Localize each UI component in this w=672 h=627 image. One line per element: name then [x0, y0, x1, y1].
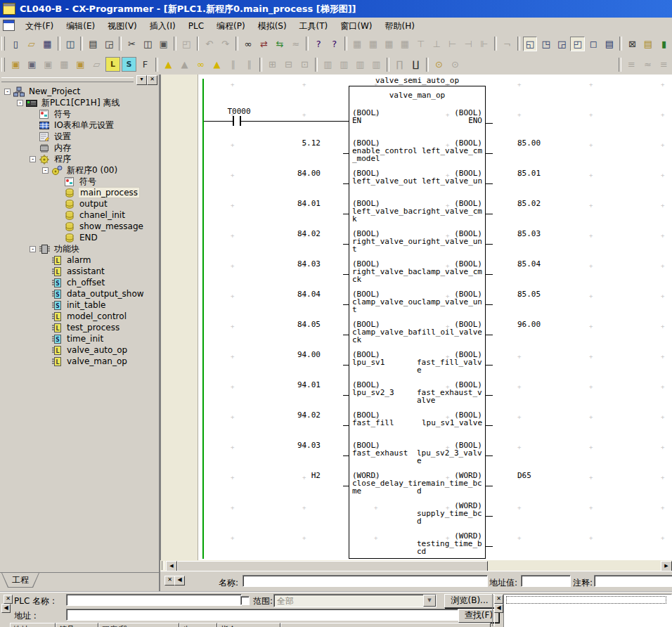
- scope-dropdown[interactable]: 全部 ▼: [273, 594, 437, 607]
- view-plc-clock-icon[interactable]: ▣: [73, 57, 88, 72]
- print-icon[interactable]: ▤: [86, 37, 101, 51]
- tree-item--[interactable]: 内存: [0, 142, 159, 153]
- output-address[interactable]: 85.03: [517, 230, 567, 238]
- tree-item-valve_man_op[interactable]: Lvalve_man_op: [0, 356, 159, 367]
- pause-trigger-icon[interactable]: ∥: [242, 57, 257, 72]
- change-model-icon[interactable]: ⇆: [273, 37, 287, 51]
- tree-item-test_process[interactable]: Ltest_process: [0, 322, 159, 333]
- menu-1[interactable]: 编辑(E): [60, 20, 101, 32]
- toggle-cross-reference-icon[interactable]: ◰: [570, 37, 585, 51]
- output-address[interactable]: 85.05: [517, 290, 567, 298]
- output-address[interactable]: 85.01: [517, 169, 567, 177]
- rung-return-icon[interactable]: ¬: [500, 37, 515, 51]
- tree-item-ch_offset[interactable]: Sch_offset: [0, 277, 159, 288]
- ref-column-header-2[interactable]: 程序/段: [98, 623, 179, 627]
- input-address[interactable]: 84.00: [271, 169, 321, 177]
- menu-2[interactable]: 视图(V): [101, 20, 143, 32]
- plc-name-field[interactable]: [66, 594, 242, 606]
- name-field[interactable]: [243, 575, 488, 587]
- menu-6[interactable]: 模拟(S): [252, 20, 293, 32]
- io-comment-icon[interactable]: ▤: [641, 37, 656, 51]
- chevron-down-icon[interactable]: ▼: [423, 595, 436, 607]
- input-address[interactable]: 84.02: [271, 230, 321, 238]
- compile-icon[interactable]: ⊞: [265, 57, 280, 72]
- tree-item--[interactable]: 符号: [0, 176, 159, 187]
- replace-icon[interactable]: ⇄: [257, 37, 271, 51]
- tree-item-data_output_show[interactable]: Sdata_output_show: [0, 288, 159, 299]
- ref-column-header-3[interactable]: 步: [179, 623, 217, 627]
- view-error-log-icon[interactable]: ▦: [57, 57, 72, 72]
- menu-9[interactable]: 帮助(H): [379, 20, 421, 32]
- input-address[interactable]: 84.01: [271, 200, 321, 207]
- panel-close-button[interactable]: ✕: [147, 75, 157, 85]
- print-preview-icon[interactable]: ◲: [102, 37, 117, 51]
- output-address[interactable]: D65: [517, 472, 567, 479]
- ref-column-header-0[interactable]: 地址: [10, 623, 56, 627]
- auto-online-icon[interactable]: ▲: [177, 57, 192, 72]
- tree-item-model_control[interactable]: Lmodel_control: [0, 311, 159, 322]
- tree-item--[interactable]: -程序: [0, 153, 159, 164]
- open-project-icon[interactable]: ▱: [25, 37, 39, 51]
- strip-collapse-button[interactable]: ◀: [174, 576, 185, 586]
- paste-attributes-icon[interactable]: ◰: [179, 37, 194, 51]
- pause-monitoring-icon[interactable]: ▲: [209, 57, 224, 72]
- find-in-files-icon[interactable]: ◫: [63, 37, 78, 51]
- save-project-icon[interactable]: ▦: [40, 37, 55, 51]
- show-comments-icon[interactable]: ≡: [624, 57, 639, 72]
- scope-checkbox[interactable]: [240, 596, 250, 605]
- force-off-icon[interactable]: ▥: [337, 57, 351, 72]
- output-address[interactable]: 85.04: [517, 260, 567, 268]
- monitor-window-icon[interactable]: ▮: [657, 37, 671, 51]
- new-ladder-fb-icon[interactable]: L: [105, 57, 120, 72]
- input-address[interactable]: 84.04: [271, 290, 321, 298]
- paste-icon[interactable]: ▣: [156, 37, 171, 51]
- tree-item--[interactable]: 符号: [0, 108, 159, 119]
- output-address[interactable]: 85.00: [517, 139, 567, 147]
- toolbar-grip[interactable]: [1, 37, 5, 51]
- tree-item-init_table[interactable]: Sinit_table: [0, 299, 159, 311]
- tree-item-end[interactable]: END: [0, 232, 159, 243]
- undo-icon[interactable]: ↶: [202, 37, 217, 51]
- input-address[interactable]: 94.03: [271, 441, 321, 449]
- fb-instance-icon[interactable]: F: [138, 57, 153, 72]
- pause-icon[interactable]: ∥: [226, 57, 240, 72]
- watch-collapse-button[interactable]: ◀: [494, 604, 503, 613]
- retrace-icon[interactable]: ≈: [288, 37, 303, 51]
- browse-button[interactable]: 浏览(B)...: [444, 594, 495, 608]
- show-addresses-icon[interactable]: ≡: [657, 57, 671, 72]
- new-st-fb-icon[interactable]: S: [122, 57, 136, 72]
- data-trace-icon[interactable]: ▱: [89, 57, 104, 72]
- new-or-contact-icon[interactable]: ▦: [382, 37, 396, 51]
- input-address[interactable]: 94.02: [271, 411, 321, 419]
- dock-collapse-button[interactable]: ◀: [1, 604, 11, 613]
- new-closed-contact-icon[interactable]: ▦: [366, 37, 381, 51]
- tree-item-assistant[interactable]: Lassistant: [0, 266, 159, 277]
- menu-7[interactable]: 工具(T): [293, 20, 335, 32]
- dock-close-button[interactable]: ✕: [4, 595, 13, 604]
- tree-item-valve_auto_op[interactable]: Lvalve_auto_op: [0, 344, 159, 356]
- view-plc-settings-icon[interactable]: ▣: [25, 57, 39, 72]
- time-chart-monitor-icon[interactable]: ∐: [408, 57, 423, 72]
- tree-item-show_message[interactable]: show_message: [0, 221, 159, 232]
- find-icon[interactable]: ∞: [241, 37, 256, 51]
- tree-item--plc1-cp1h-[interactable]: -新PLC1[CP1H] 离线: [0, 97, 159, 108]
- properties-icon[interactable]: ▤: [602, 37, 617, 51]
- force-on-icon[interactable]: ▥: [321, 57, 335, 72]
- tree-expand-box[interactable]: -: [17, 100, 23, 106]
- tree-item--0-00-[interactable]: -新程序0 (00): [0, 164, 159, 176]
- tree-item--[interactable]: 设置: [0, 131, 159, 142]
- tree-item-output[interactable]: output: [0, 198, 159, 209]
- view-io-table-icon[interactable]: ▣: [8, 57, 23, 72]
- project-tab[interactable]: 工程: [2, 573, 39, 587]
- new-vertical-icon[interactable]: ⊤: [413, 37, 428, 51]
- input-address[interactable]: 94.00: [271, 351, 321, 358]
- rung-margin-gutter[interactable]: [161, 75, 198, 560]
- show-symbols-icon[interactable]: ≈: [640, 57, 655, 72]
- menu-3[interactable]: 插入(I): [143, 20, 182, 32]
- menu-5[interactable]: 编程(P): [210, 20, 252, 32]
- release-password-icon[interactable]: ⊙: [448, 57, 463, 72]
- online-edit-icon[interactable]: ⊟: [281, 57, 296, 72]
- address-field[interactable]: [66, 609, 458, 621]
- monitoring-icon[interactable]: ∞: [193, 57, 208, 72]
- watch-selected-row[interactable]: [506, 596, 666, 604]
